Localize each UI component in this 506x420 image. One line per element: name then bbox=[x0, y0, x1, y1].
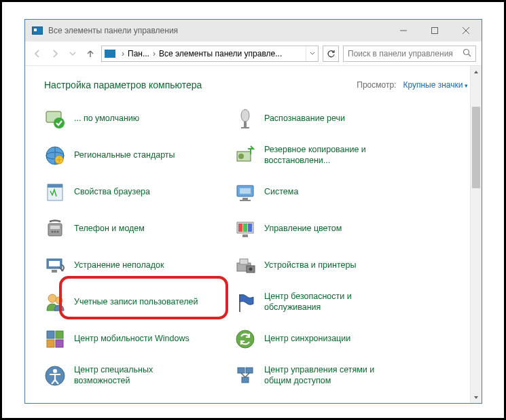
svg-rect-19 bbox=[240, 188, 251, 194]
maximize-button[interactable] bbox=[419, 20, 450, 41]
svg-rect-50 bbox=[246, 368, 253, 373]
item-ease-of-access[interactable]: Центр специальных возможностей bbox=[44, 362, 219, 389]
recent-dropdown[interactable] bbox=[66, 47, 79, 60]
item-label: Региональные стандарты bbox=[74, 150, 175, 161]
item-speech[interactable]: Распознавание речи bbox=[234, 105, 410, 133]
mic-icon bbox=[234, 108, 256, 130]
vertical-scrollbar[interactable] bbox=[470, 66, 482, 403]
item-region[interactable]: Региональные стандарты bbox=[44, 142, 219, 169]
close-button[interactable] bbox=[450, 20, 482, 41]
svg-rect-10 bbox=[241, 127, 249, 128]
control-panel-icon bbox=[32, 27, 43, 35]
forward-button[interactable] bbox=[48, 47, 62, 60]
item-label: Учетные записи пользователей bbox=[74, 297, 198, 308]
item-label: ... по умолчанию bbox=[74, 113, 139, 124]
svg-rect-45 bbox=[56, 340, 63, 347]
titlebar[interactable]: Все элементы панели управления bbox=[25, 20, 482, 41]
svg-rect-43 bbox=[56, 331, 63, 338]
svg-point-24 bbox=[52, 231, 54, 233]
svg-point-15 bbox=[238, 154, 244, 159]
item-phone-modem[interactable]: Телефон и модем bbox=[44, 215, 219, 243]
svg-rect-17 bbox=[48, 184, 62, 188]
scroll-up-button[interactable] bbox=[471, 66, 482, 77]
item-troubleshooting[interactable]: Устранение неполадок bbox=[44, 252, 219, 279]
control-panel-icon bbox=[105, 50, 115, 58]
search-placeholder: Поиск в панели управления bbox=[348, 49, 453, 58]
navigation-toolbar: › Пан... › Все элементы панели управле..… bbox=[25, 41, 482, 66]
svg-rect-49 bbox=[238, 368, 245, 373]
svg-rect-28 bbox=[238, 224, 242, 232]
accessibility-icon bbox=[44, 365, 66, 387]
svg-point-38 bbox=[249, 268, 253, 271]
item-label: Устройства и принтеры bbox=[264, 260, 356, 271]
address-dropdown[interactable] bbox=[306, 46, 318, 61]
globe-icon bbox=[44, 145, 66, 167]
view-by-label: Просмотр: bbox=[357, 80, 396, 90]
svg-point-40 bbox=[56, 297, 62, 304]
svg-rect-36 bbox=[240, 259, 248, 264]
system-icon bbox=[234, 181, 256, 203]
svg-rect-33 bbox=[49, 261, 60, 266]
address-bar[interactable]: › Пан... › Все элементы панели управле..… bbox=[101, 46, 319, 62]
item-label: Управление цветом bbox=[264, 224, 342, 234]
search-input[interactable]: Поиск в панели управления bbox=[343, 46, 476, 62]
chevron-right-icon[interactable]: › bbox=[118, 49, 128, 58]
svg-point-46 bbox=[236, 330, 254, 348]
minimize-button[interactable] bbox=[388, 20, 419, 41]
fonts-icon: A bbox=[44, 402, 66, 403]
breadcrumb-segment[interactable]: Все элементы панели управле... bbox=[159, 49, 282, 58]
item-power-options[interactable]: Электропитание bbox=[234, 399, 410, 403]
item-devices-printers[interactable]: Устройства и принтеры bbox=[234, 252, 410, 279]
item-label: Центр синхронизации bbox=[264, 334, 350, 345]
search-icon bbox=[463, 48, 471, 59]
item-label: Центр мобильности Windows bbox=[74, 334, 189, 345]
svg-rect-30 bbox=[248, 224, 252, 232]
svg-rect-31 bbox=[242, 234, 248, 237]
item-network-sharing[interactable]: Центр управления сетями и общим доступом bbox=[234, 362, 410, 389]
flag-icon bbox=[234, 292, 256, 313]
item-label: Телефон и модем bbox=[74, 224, 145, 234]
svg-rect-34 bbox=[52, 270, 57, 273]
item-label: Система bbox=[264, 187, 298, 198]
item-mobility-center[interactable]: Центр мобильности Windows bbox=[44, 326, 219, 353]
chevron-right-icon[interactable]: › bbox=[149, 49, 159, 58]
svg-point-4 bbox=[464, 49, 469, 54]
svg-rect-44 bbox=[47, 340, 54, 347]
svg-rect-51 bbox=[242, 377, 249, 383]
item-backup[interactable]: Резервное копирование и восстановлени... bbox=[234, 142, 410, 169]
internet-options-icon bbox=[44, 181, 66, 203]
scroll-thumb[interactable] bbox=[472, 107, 480, 188]
svg-point-8 bbox=[241, 109, 249, 122]
color-icon bbox=[234, 218, 256, 240]
svg-rect-21 bbox=[240, 200, 251, 201]
content-area: Настройка параметров компьютера Просмотр… bbox=[25, 66, 482, 403]
svg-point-48 bbox=[53, 369, 57, 373]
svg-rect-9 bbox=[244, 122, 247, 127]
refresh-button[interactable] bbox=[323, 46, 339, 62]
svg-rect-20 bbox=[242, 198, 248, 200]
back-button[interactable] bbox=[31, 47, 44, 60]
svg-rect-1 bbox=[432, 28, 438, 34]
items-grid: ... по умолчанию Распознавание речи Реги… bbox=[44, 105, 468, 403]
item-fonts[interactable]: A Шрифты bbox=[44, 399, 219, 403]
view-by-dropdown[interactable]: Крупные значки bbox=[403, 80, 468, 90]
item-sync-center[interactable]: Центр синхронизации bbox=[234, 326, 410, 353]
mobility-icon bbox=[44, 328, 66, 350]
item-user-accounts[interactable]: Учетные записи пользователей bbox=[44, 289, 219, 316]
item-label: Устранение неполадок bbox=[74, 260, 164, 271]
phone-icon bbox=[44, 218, 66, 240]
troubleshoot-icon bbox=[44, 255, 66, 277]
item-label: Центр специальных возможностей bbox=[74, 365, 210, 386]
page-title: Настройка параметров компьютера bbox=[44, 80, 202, 90]
svg-rect-23 bbox=[50, 226, 60, 229]
item-security-maintenance[interactable]: Центр безопасности и обслуживания bbox=[234, 289, 410, 316]
item-default-programs[interactable]: ... по умолчанию bbox=[44, 105, 219, 133]
item-internet-options[interactable]: Свойства браузера bbox=[44, 179, 219, 206]
svg-rect-42 bbox=[47, 331, 54, 338]
breadcrumb-segment[interactable]: Пан... bbox=[128, 49, 149, 58]
up-button[interactable] bbox=[84, 47, 97, 60]
item-system[interactable]: Система bbox=[234, 179, 410, 206]
network-icon bbox=[234, 365, 256, 387]
item-color-management[interactable]: Управление цветом bbox=[234, 215, 410, 243]
scroll-down-button[interactable] bbox=[471, 391, 482, 403]
